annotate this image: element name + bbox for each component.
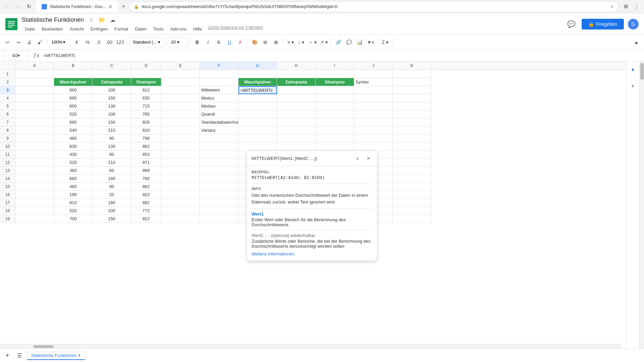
cell-d19[interactable]: 822 <box>131 215 161 223</box>
cell-g9[interactable] <box>238 134 277 142</box>
cell-j2-syntax[interactable]: Syntax <box>354 78 393 86</box>
cell-d11[interactable]: 853 <box>131 150 161 159</box>
cell-b13[interactable]: 360 <box>54 167 93 175</box>
cell-a17[interactable] <box>15 199 54 207</box>
undo-button[interactable]: ↩ <box>3 37 13 47</box>
bookmark-icon[interactable]: ☆ <box>610 4 614 9</box>
cell-f18[interactable] <box>200 207 238 215</box>
cell-h10[interactable] <box>277 142 316 150</box>
cell-f19[interactable] <box>200 215 238 223</box>
cell-g7[interactable] <box>238 118 277 126</box>
col-header-g[interactable]: G <box>238 62 277 70</box>
cell-a1[interactable] <box>15 70 54 78</box>
cell-j10[interactable] <box>354 142 393 150</box>
row-num-7[interactable]: 7 <box>0 118 15 126</box>
cell-b19[interactable]: 700 <box>54 215 93 223</box>
cell-k15[interactable] <box>393 183 431 191</box>
cell-a10[interactable] <box>15 142 54 150</box>
link-button[interactable]: 🔗 <box>333 37 343 47</box>
currency-button[interactable]: € <box>72 37 82 47</box>
cell-h8[interactable] <box>277 126 316 134</box>
sheets-list-button[interactable]: ☰ <box>15 351 24 360</box>
cell-d9[interactable]: 796 <box>131 134 161 142</box>
cell-e1[interactable] <box>161 70 200 78</box>
cell-k6[interactable] <box>393 110 431 118</box>
cell-f11[interactable] <box>200 150 238 159</box>
cell-f14[interactable] <box>200 175 238 183</box>
cell-k17[interactable] <box>393 199 431 207</box>
row-num-15[interactable]: 15 <box>0 183 15 191</box>
row-num-14[interactable]: 14 <box>0 175 15 183</box>
cell-c14[interactable]: 140 <box>93 175 131 183</box>
menu-button[interactable]: ⋮ <box>632 2 641 11</box>
cell-e6[interactable] <box>161 110 200 118</box>
col-header-b[interactable]: B <box>54 62 93 70</box>
cell-a11[interactable] <box>15 150 54 159</box>
cell-e4[interactable] <box>161 94 200 102</box>
cell-g3-active[interactable]: =MITTELWERT( <box>238 86 277 94</box>
cell-a2[interactable] <box>15 78 54 86</box>
fill-color-button[interactable]: 🎨 <box>250 37 260 47</box>
vertical-scrollbar[interactable] <box>639 62 644 349</box>
col-header-i[interactable]: I <box>316 62 354 70</box>
cell-k5[interactable] <box>393 102 431 110</box>
cell-c15[interactable]: 90 <box>93 183 131 191</box>
cell-e10[interactable] <box>161 142 200 150</box>
tab-close-button[interactable]: ✕ <box>108 4 112 9</box>
cell-e11[interactable] <box>161 150 200 159</box>
cell-f17[interactable] <box>200 199 238 207</box>
browser-tab[interactable]: Statistische Funktionen - Goo... ✕ <box>36 1 118 13</box>
hide-toolbar-button[interactable]: ▲ <box>631 37 641 47</box>
cell-i1[interactable] <box>316 70 354 78</box>
percent-button[interactable]: % <box>83 37 93 47</box>
cell-i10[interactable] <box>316 142 354 150</box>
cell-f12[interactable] <box>200 159 238 167</box>
cell-i2-header[interactable]: Shampoo <box>316 78 354 86</box>
cell-f2[interactable] <box>200 78 238 86</box>
cell-b15[interactable]: 460 <box>54 183 93 191</box>
row-num-8[interactable]: 8 <box>0 126 15 134</box>
text-wrap-button[interactable]: ↔ ▾ <box>307 37 318 47</box>
cell-f4-modus[interactable]: Modus <box>200 94 238 102</box>
cell-d1[interactable] <box>131 70 161 78</box>
extensions-button[interactable]: ⚙ <box>621 2 631 11</box>
cell-d3[interactable]: 812 <box>131 86 161 94</box>
cell-reference-box[interactable]: G3 ▾ <box>3 51 30 60</box>
row-num-18[interactable]: 18 <box>0 207 15 215</box>
row-num-6[interactable]: 6 <box>0 110 15 118</box>
cell-i5[interactable] <box>316 102 354 110</box>
cell-e5[interactable] <box>161 102 200 110</box>
cell-c7[interactable]: 150 <box>93 118 131 126</box>
cell-e15[interactable] <box>161 183 200 191</box>
side-panel-btn-1[interactable]: + <box>628 81 638 92</box>
cell-j3[interactable] <box>354 86 393 94</box>
cell-f3-mittelwert[interactable]: Mittelwert <box>200 86 238 94</box>
cell-h4[interactable] <box>277 94 316 102</box>
cell-c19[interactable]: 150 <box>93 215 131 223</box>
cell-e12[interactable] <box>161 159 200 167</box>
decimal-less-button[interactable]: .0 <box>93 37 103 47</box>
cell-c1[interactable] <box>93 70 131 78</box>
cell-c4[interactable]: 150 <box>93 94 131 102</box>
cell-a6[interactable] <box>15 110 54 118</box>
cell-g4[interactable] <box>238 94 277 102</box>
cell-h7[interactable] <box>277 118 316 126</box>
cell-j9[interactable] <box>354 134 393 142</box>
cell-h9[interactable] <box>277 134 316 142</box>
col-header-a[interactable]: A <box>15 62 54 70</box>
cell-i4[interactable] <box>316 94 354 102</box>
cell-f5-median[interactable]: Median <box>200 102 238 110</box>
cell-c12[interactable]: 110 <box>93 159 131 167</box>
cell-g6[interactable] <box>238 110 277 118</box>
cell-e3[interactable] <box>161 86 200 94</box>
cell-k2[interactable] <box>393 78 431 86</box>
cell-c6[interactable]: 100 <box>93 110 131 118</box>
cell-i9[interactable] <box>316 134 354 142</box>
cell-b5[interactable]: 600 <box>54 102 93 110</box>
cell-a7[interactable] <box>15 118 54 126</box>
cell-k11[interactable] <box>393 150 431 159</box>
cell-i7[interactable] <box>316 118 354 126</box>
cell-c5[interactable]: 130 <box>93 102 131 110</box>
cell-b7[interactable]: 690 <box>54 118 93 126</box>
cell-k9[interactable] <box>393 134 431 142</box>
